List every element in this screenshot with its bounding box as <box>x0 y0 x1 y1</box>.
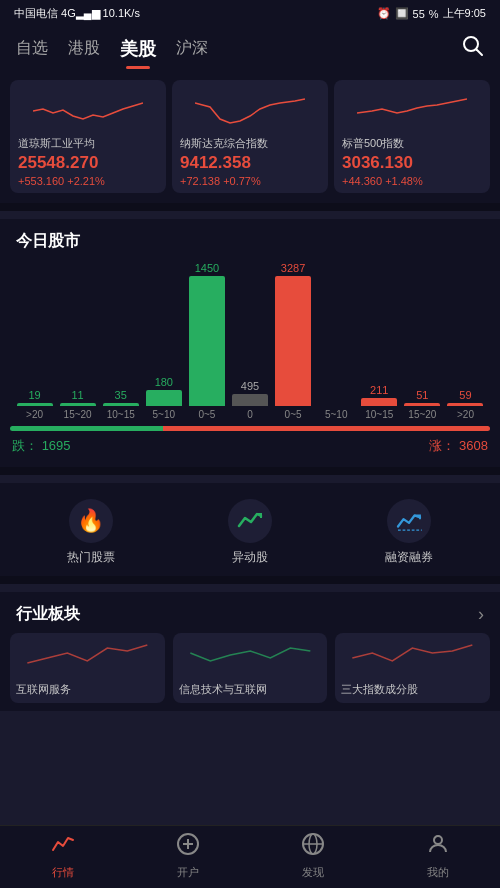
discover-icon <box>301 832 325 862</box>
svg-line-1 <box>477 50 483 56</box>
margin-label: 融资融券 <box>385 549 433 566</box>
search-button[interactable] <box>462 35 484 70</box>
nasdaq-value: 9412.358 <box>180 153 320 173</box>
market-section-title: 今日股市 <box>0 219 500 260</box>
margin-icon <box>387 499 431 543</box>
open-account-icon <box>176 832 200 862</box>
rise-progress <box>163 426 490 431</box>
market-section: 今日股市 19>201115~203510~151805~1014500~549… <box>0 219 500 467</box>
quick-actions: 🔥 热门股票 异动股 融资融券 <box>0 483 500 576</box>
status-bar: 中国电信 4G▂▄▆ 10.1K/s ⏰ 🔲 55% 上午9:05 <box>0 0 500 27</box>
time-battery: ⏰ 🔲 55% 上午9:05 <box>377 6 486 21</box>
mine-icon <box>426 832 450 862</box>
sp500-value: 3036.130 <box>342 153 482 173</box>
dow-value: 25548.270 <box>18 153 158 173</box>
svg-point-8 <box>434 836 442 844</box>
bar-group-pos0to5: 32870~5 <box>273 262 314 420</box>
rise-label: 涨： 3608 <box>429 437 488 455</box>
sector-card-1-label: 互联网服务 <box>16 682 71 697</box>
divider-3 <box>0 576 500 584</box>
sparkline-dow <box>10 88 166 133</box>
sector-cards: 互联网服务 信息技术与互联网 三大指数成分股 <box>0 633 500 703</box>
index-card-sp500[interactable]: 标普500指数 3036.130 +44.360 +1.48% <box>334 80 490 193</box>
fall-label: 跌： 1695 <box>12 437 71 455</box>
nasdaq-title: 纳斯达克综合指数 <box>180 136 320 151</box>
bar-chart: 19>201115~203510~151805~1014500~54950328… <box>10 260 490 420</box>
bar-group-neg10to15: 3510~15 <box>100 389 141 420</box>
sp500-title: 标普500指数 <box>342 136 482 151</box>
bar-group-pos5to10: 5~10 <box>316 404 357 420</box>
index-card-dow[interactable]: 道琼斯工业平均 25548.270 +553.160 +2.21% <box>10 80 166 193</box>
bar-group-pos20: 59>20 <box>445 389 486 420</box>
dow-title: 道琼斯工业平均 <box>18 136 158 151</box>
bottom-nav: 行情 开户 发现 我的 <box>0 825 500 888</box>
sparkline-sp500 <box>334 88 490 133</box>
mine-nav-label: 我的 <box>427 865 449 880</box>
bar-group-neg5to10: 1805~10 <box>143 376 184 420</box>
bar-group-zero: 4950 <box>229 380 270 420</box>
sector-header: 行业板块 › <box>0 592 500 633</box>
sector-card-3-label: 三大指数成分股 <box>341 682 418 697</box>
dow-change: +553.160 +2.21% <box>18 175 158 187</box>
content-area: 道琼斯工业平均 25548.270 +553.160 +2.21% 纳斯达克综合… <box>0 70 500 781</box>
market-icon <box>51 832 75 862</box>
market-nav-label: 行情 <box>52 865 74 880</box>
index-card-nasdaq[interactable]: 纳斯达克综合指数 9412.358 +72.138 +0.77% <box>172 80 328 193</box>
fall-rise-row: 跌： 1695 涨： 3608 <box>0 435 500 457</box>
action-moving-stocks[interactable]: 异动股 <box>228 499 272 566</box>
bar-group-pos10to15: 21110~15 <box>359 384 400 420</box>
divider-1 <box>0 203 500 211</box>
sector-section: 行业板块 › 互联网服务 信息技术与互联网 三大指数成分股 <box>0 592 500 711</box>
sector-title: 行业板块 <box>16 604 80 625</box>
bottom-nav-market[interactable]: 行情 <box>0 832 125 880</box>
hot-stocks-label: 热门股票 <box>67 549 115 566</box>
bottom-nav-mine[interactable]: 我的 <box>375 832 500 880</box>
open-account-nav-label: 开户 <box>177 865 199 880</box>
sp500-change: +44.360 +1.48% <box>342 175 482 187</box>
bar-group-neg20: 19>20 <box>14 389 55 420</box>
discover-nav-label: 发现 <box>302 865 324 880</box>
moving-stocks-icon <box>228 499 272 543</box>
bottom-nav-open[interactable]: 开户 <box>125 832 250 880</box>
bar-chart-container: 19>201115~203510~151805~1014500~54950328… <box>0 260 500 420</box>
sector-card-3[interactable]: 三大指数成分股 <box>335 633 490 703</box>
action-margin[interactable]: 融资融券 <box>385 499 433 566</box>
bar-group-pos15to20: 5115~20 <box>402 389 443 420</box>
sector-card-2[interactable]: 信息技术与互联网 <box>173 633 328 703</box>
divider-2 <box>0 467 500 475</box>
sector-card-1[interactable]: 互联网服务 <box>10 633 165 703</box>
main-header: 自选 港股 美股 沪深 <box>0 27 500 70</box>
sector-card-2-label: 信息技术与互联网 <box>179 682 267 697</box>
bottom-nav-discover[interactable]: 发现 <box>250 832 375 880</box>
fall-progress <box>10 426 163 431</box>
moving-stocks-label: 异动股 <box>232 549 268 566</box>
nasdaq-change: +72.138 +0.77% <box>180 175 320 187</box>
index-cards: 道琼斯工业平均 25548.270 +553.160 +2.21% 纳斯达克综合… <box>0 70 500 203</box>
hot-stocks-icon: 🔥 <box>69 499 113 543</box>
sparkline-nasdaq <box>172 88 328 133</box>
tab-hushen[interactable]: 沪深 <box>176 38 208 67</box>
bar-group-neg15to20: 1115~20 <box>57 389 98 420</box>
tab-ganggu[interactable]: 港股 <box>68 38 100 67</box>
carrier-speed: 中国电信 4G▂▄▆ 10.1K/s <box>14 6 140 21</box>
tab-zixuan[interactable]: 自选 <box>16 38 48 67</box>
bar-group-neg0to5: 14500~5 <box>186 262 227 420</box>
fall-rise-progress <box>10 426 490 431</box>
sector-arrow-icon[interactable]: › <box>478 604 484 625</box>
nav-tabs: 自选 港股 美股 沪深 <box>16 37 208 69</box>
action-hot-stocks[interactable]: 🔥 热门股票 <box>67 499 115 566</box>
tab-meigу[interactable]: 美股 <box>120 37 156 69</box>
